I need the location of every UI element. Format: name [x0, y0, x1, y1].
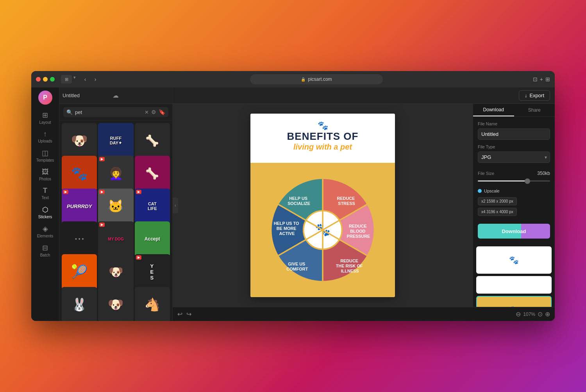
- file-size-slider[interactable]: [478, 180, 550, 182]
- sticker-item[interactable]: 🦴: [135, 156, 170, 191]
- sticker-item[interactable]: ▶ YES: [135, 254, 170, 289]
- top-bar: ☁: [59, 87, 172, 104]
- sticker-item[interactable]: ▶ MY DOG: [98, 221, 133, 257]
- document-title-input[interactable]: [63, 93, 109, 98]
- stickers-grid: 🐶 RUFFDAY✦ 🦴 🐾 ▶ 👩‍🦱 🦴: [59, 121, 172, 321]
- right-panel: Download Share File Name File Type JPG P…: [473, 104, 555, 307]
- grid-button[interactable]: ⊞: [545, 76, 550, 82]
- redo-button[interactable]: ↪: [186, 310, 191, 318]
- browser-actions: ⊞ ▾: [61, 75, 76, 84]
- file-name-section: File Name: [473, 117, 555, 144]
- sticker-item[interactable]: • • •: [62, 221, 97, 257]
- svg-text:HELP US
                    SO: HELP US SOCIALIZE: [288, 196, 310, 206]
- sidebar-item-templates[interactable]: ◫ Templates: [34, 146, 57, 165]
- zoom-out-button[interactable]: ⊖: [516, 310, 521, 318]
- address-bar[interactable]: 🔒 picsart.com: [250, 74, 383, 84]
- sidebar-item-text[interactable]: T Text: [34, 184, 57, 202]
- photos-icon: 🖼: [42, 168, 49, 176]
- sidebar-item-layout[interactable]: ⊞ Layout: [34, 109, 57, 127]
- add-tab-button[interactable]: +: [540, 76, 543, 82]
- search-row: 🔍 ✕ ⚙ 🔖: [63, 107, 168, 117]
- sticker-item[interactable]: 🐾: [62, 156, 97, 191]
- bottom-toolbar: ↩ ↪ ⊖ 107% ⊙ ⊕: [173, 307, 555, 321]
- sidebar-item-stickers[interactable]: ⬡ Stickers: [34, 203, 57, 221]
- svg-text:GIVE US
                    CO: GIVE US COMFORT: [286, 262, 308, 271]
- tab-download[interactable]: Download: [473, 104, 514, 116]
- thumbnail-item-selected[interactable]: 🐾 799x1000px: [476, 296, 552, 307]
- sticker-item[interactable]: 🐰: [62, 287, 97, 321]
- video-badge: ▶: [136, 255, 141, 260]
- browser-chrome: ⊞ ▾ ‹ › 🔒 picsart.com ⊡ + ⊞: [31, 71, 555, 87]
- sticker-item[interactable]: ▶ 🐱: [98, 189, 133, 224]
- back-button[interactable]: ‹: [80, 75, 90, 84]
- canvas-area: ‹ 🐾 BENEFITS OF living with a pet: [173, 104, 473, 307]
- maximize-button[interactable]: [50, 77, 55, 82]
- sticker-item[interactable]: 🎾: [62, 254, 97, 289]
- tab-share[interactable]: Share: [514, 104, 555, 116]
- file-type-select[interactable]: JPG PNG PDF: [478, 151, 550, 163]
- undo-button[interactable]: ↩: [177, 310, 182, 318]
- sidebar-item-batch[interactable]: ⊟ Batch: [34, 241, 57, 260]
- sticker-item[interactable]: RUFFDAY✦: [98, 123, 133, 158]
- panel-tabs: Download Share: [473, 104, 555, 117]
- bookmark-icon[interactable]: 🔖: [159, 109, 165, 115]
- sidebar-item-uploads[interactable]: ↑ Uploads: [34, 128, 57, 146]
- thumbnail-item[interactable]: [476, 276, 552, 294]
- video-badge: ▶: [63, 190, 68, 194]
- sticker-item[interactable]: 🐶: [62, 123, 97, 158]
- sticker-item[interactable]: ▶ CATLIFE: [135, 189, 170, 224]
- sticker-item[interactable]: ▶ 👩‍🦱: [98, 156, 133, 191]
- lock-icon: 🔒: [301, 77, 306, 82]
- thumbnail-item[interactable]: 🐾: [476, 246, 552, 274]
- file-name-label: File Name: [478, 121, 550, 126]
- minimize-button[interactable]: [43, 77, 48, 82]
- sticker-item[interactable]: ▶ PURRRDY: [62, 189, 97, 224]
- sticker-item[interactable]: Accept: [135, 221, 170, 257]
- sticker-item[interactable]: 🐴: [135, 287, 170, 321]
- picsart-logo[interactable]: P: [38, 91, 52, 105]
- text-icon: T: [43, 187, 47, 195]
- upscale-x2-button[interactable]: x2 1598 x 2000 px: [478, 197, 517, 205]
- export-icon: ↓: [525, 93, 527, 98]
- search-input[interactable]: [75, 109, 142, 115]
- poster-canvas[interactable]: 🐾 BENEFITS OF living with a pet: [250, 114, 395, 297]
- download-btn-section: Download: [473, 221, 555, 243]
- templates-icon: ◫: [42, 149, 48, 157]
- save-to-cloud-button[interactable]: ☁: [113, 92, 119, 99]
- upscale-options: x2 1598 x 2000 px x4 3196 x 4000 px: [478, 197, 550, 216]
- zoom-in-button[interactable]: ⊕: [545, 310, 550, 318]
- thumbnail-strip: 🐾 🐾 799x1000px: [473, 243, 555, 307]
- search-icon: 🔍: [66, 109, 73, 115]
- panel-collapse-handle[interactable]: ‹: [173, 198, 178, 213]
- svg-text:REDUCE
                    BLO: REDUCE BLOOD PRESSURE: [347, 224, 370, 239]
- stickers-icon: ⬡: [42, 205, 48, 214]
- url-text: picsart.com: [308, 77, 332, 82]
- sticker-item[interactable]: 🐶: [98, 287, 133, 321]
- download-button[interactable]: Download: [478, 224, 550, 239]
- filter-icon[interactable]: ⚙: [151, 109, 156, 115]
- poster-header: 🐾 BENEFITS OF living with a pet: [250, 114, 395, 157]
- share-browser-button[interactable]: ⊡: [533, 76, 538, 82]
- close-button[interactable]: [36, 77, 41, 82]
- sticker-item[interactable]: 🐶: [98, 254, 133, 289]
- upload-icon: ↑: [43, 130, 47, 138]
- poster-title-sub: living with a pet: [258, 142, 387, 151]
- sticker-item[interactable]: 🦴: [135, 123, 170, 158]
- sidebar-item-photos[interactable]: 🖼 Photos: [34, 166, 57, 184]
- pie-svg: 🐾: [266, 173, 379, 287]
- view-toggle-button[interactable]: ⊞: [61, 75, 72, 84]
- sidebar-item-elements[interactable]: ◈ Elements: [34, 222, 57, 241]
- file-name-input[interactable]: [478, 128, 550, 140]
- zoom-level: 107%: [523, 312, 535, 317]
- forward-button[interactable]: ›: [91, 75, 100, 84]
- app-area: P ⊞ Layout ↑ Uploads ◫ Templates 🖼 Photo…: [31, 87, 555, 321]
- traffic-lights: [36, 77, 55, 82]
- video-badge: ▶: [99, 157, 105, 161]
- clear-search-icon[interactable]: ✕: [145, 109, 149, 115]
- address-bar-wrap: 🔒 picsart.com: [103, 74, 530, 84]
- upscale-x4-button[interactable]: x4 3196 x 4000 px: [478, 208, 517, 216]
- layout-icon: ⊞: [42, 111, 48, 119]
- download-label: Download: [502, 228, 526, 234]
- zoom-reset-button[interactable]: ⊙: [538, 310, 543, 318]
- export-button[interactable]: ↓ Export: [519, 90, 550, 101]
